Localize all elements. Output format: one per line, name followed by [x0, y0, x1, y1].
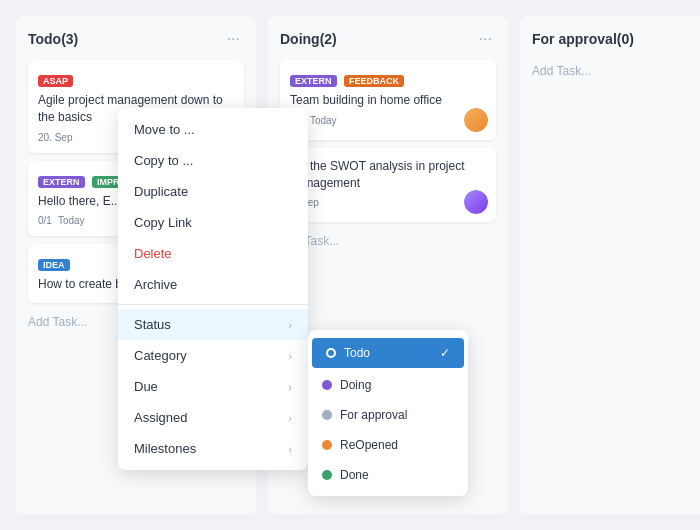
context-menu-due[interactable]: Due › [118, 371, 308, 402]
column-todo-title: Todo(3) [28, 31, 78, 47]
status-dot-approval [322, 410, 332, 420]
card-doing-2-title: ...g the SWOT analysis in project manage… [290, 158, 486, 192]
status-item-reopened[interactable]: ReOpened [308, 430, 468, 460]
column-doing-title: Doing(2) [280, 31, 337, 47]
card-doing-1-meta: 2/4 Today [290, 115, 486, 126]
context-menu-milestones-label: Milestones [134, 441, 196, 456]
add-task-approval[interactable]: Add Task... [532, 60, 700, 82]
tag-idea-1: IDEA [38, 259, 70, 271]
context-menu-delete[interactable]: Delete [118, 238, 308, 269]
category-submenu-arrow: › [288, 350, 292, 362]
tag-asap: ASAP [38, 75, 73, 87]
status-todo-label: Todo [344, 346, 370, 360]
column-todo-menu-button[interactable]: ··· [223, 28, 244, 50]
milestones-submenu-arrow: › [288, 443, 292, 455]
context-menu-delete-label: Delete [134, 246, 172, 261]
card-doing-2-meta: 5. Sep [290, 197, 486, 208]
avatar-img-1 [464, 108, 488, 132]
context-menu-category-label: Category [134, 348, 187, 363]
status-todo-left: Todo [326, 346, 370, 360]
context-menu-duplicate-label: Duplicate [134, 184, 188, 199]
context-menu-due-label: Due [134, 379, 158, 394]
context-menu-category[interactable]: Category › [118, 340, 308, 371]
context-menu-assigned[interactable]: Assigned › [118, 402, 308, 433]
status-submenu-arrow: › [288, 319, 292, 331]
context-menu: Move to ... Copy to ... Duplicate Copy L… [118, 108, 308, 470]
context-menu-archive-label: Archive [134, 277, 177, 292]
status-dot-done [322, 470, 332, 480]
status-doing-left: Doing [322, 378, 371, 392]
context-menu-copy-to[interactable]: Copy to ... [118, 145, 308, 176]
status-done-label: Done [340, 468, 369, 482]
context-menu-separator [118, 304, 308, 305]
card-todo-2-count: 0/1 [38, 215, 52, 226]
column-todo-header: Todo(3) ··· [28, 28, 244, 50]
context-menu-assigned-label: Assigned [134, 410, 187, 425]
card-todo-1-date: 20. Sep [38, 132, 72, 143]
context-menu-copy-link[interactable]: Copy Link [118, 207, 308, 238]
due-submenu-arrow: › [288, 381, 292, 393]
context-menu-duplicate[interactable]: Duplicate [118, 176, 308, 207]
context-menu-copy-to-label: Copy to ... [134, 153, 193, 168]
card-doing-1[interactable]: EXTERN FEEDBACK Team building in home of… [280, 60, 496, 140]
status-item-for-approval[interactable]: For approval [308, 400, 468, 430]
column-doing-header: Doing(2) ··· [280, 28, 496, 50]
status-todo-check: ✓ [440, 346, 450, 360]
status-reopened-left: ReOpened [322, 438, 398, 452]
avatar-2 [464, 190, 488, 214]
status-dot-todo [326, 348, 336, 358]
tag-extern-2: EXTERN [290, 75, 337, 87]
column-approval-header: For approval(0) ··· [532, 28, 700, 50]
status-reopened-label: ReOpened [340, 438, 398, 452]
avatar-1 [464, 108, 488, 132]
avatar-img-2 [464, 190, 488, 214]
context-menu-move-to[interactable]: Move to ... [118, 114, 308, 145]
status-dot-doing [322, 380, 332, 390]
column-doing-menu-button[interactable]: ··· [475, 28, 496, 50]
context-menu-milestones[interactable]: Milestones › [118, 433, 308, 464]
status-item-done[interactable]: Done [308, 460, 468, 490]
tag-feedback-1: FEEDBACK [344, 75, 404, 87]
context-menu-archive[interactable]: Archive [118, 269, 308, 300]
status-item-todo[interactable]: Todo ✓ [312, 338, 464, 368]
context-menu-status-label: Status [134, 317, 171, 332]
assigned-submenu-arrow: › [288, 412, 292, 424]
add-task-doing[interactable]: Add Task... [280, 230, 496, 252]
status-submenu: Todo ✓ Doing For approval ReOpened Done [308, 330, 468, 496]
card-doing-2[interactable]: ...g the SWOT analysis in project manage… [280, 148, 496, 223]
status-doing-label: Doing [340, 378, 371, 392]
column-approval: For approval(0) ··· Add Task... [520, 16, 700, 514]
tag-extern-1: EXTERN [38, 176, 85, 188]
card-doing-1-title: Team building in home office [290, 92, 486, 109]
status-dot-reopened [322, 440, 332, 450]
status-approval-label: For approval [340, 408, 407, 422]
column-approval-title: For approval(0) [532, 31, 634, 47]
context-menu-copy-link-label: Copy Link [134, 215, 192, 230]
status-done-left: Done [322, 468, 369, 482]
card-todo-2-date: Today [58, 215, 85, 226]
status-item-doing[interactable]: Doing [308, 370, 468, 400]
context-menu-status[interactable]: Status › [118, 309, 308, 340]
context-menu-move-to-label: Move to ... [134, 122, 195, 137]
card-doing-1-date: Today [310, 115, 337, 126]
status-approval-left: For approval [322, 408, 407, 422]
